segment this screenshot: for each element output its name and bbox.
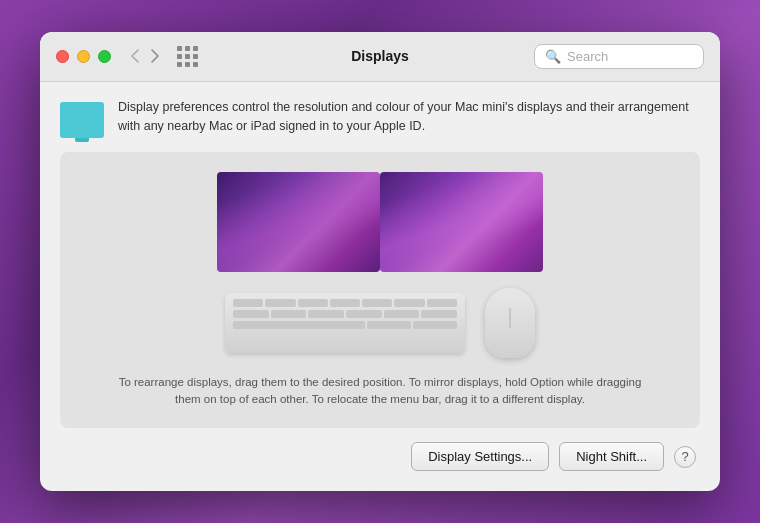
helper-text: To rearrange displays, drag them to the … bbox=[109, 374, 652, 409]
key-space bbox=[233, 321, 365, 329]
window-title: Displays bbox=[351, 48, 409, 64]
grid-dot bbox=[177, 46, 182, 51]
key bbox=[394, 299, 424, 307]
grid-dot bbox=[177, 54, 182, 59]
key bbox=[233, 299, 263, 307]
search-bar: 🔍 bbox=[534, 44, 704, 69]
monitor-left[interactable] bbox=[217, 172, 380, 272]
system-preferences-window: Displays 🔍 Display preferences control t… bbox=[40, 32, 720, 492]
grid-dot bbox=[185, 54, 190, 59]
maximize-button[interactable] bbox=[98, 50, 111, 63]
key bbox=[427, 299, 457, 307]
key-row bbox=[233, 299, 457, 307]
display-icon bbox=[60, 102, 104, 138]
titlebar: Displays 🔍 bbox=[40, 32, 720, 82]
search-icon: 🔍 bbox=[545, 49, 561, 64]
description-text: Display preferences control the resoluti… bbox=[118, 98, 700, 136]
key bbox=[298, 299, 328, 307]
key bbox=[346, 310, 382, 318]
back-button[interactable] bbox=[127, 47, 143, 65]
help-button[interactable]: ? bbox=[674, 446, 696, 468]
key bbox=[421, 310, 457, 318]
mouse-illustration bbox=[485, 288, 535, 358]
search-input[interactable] bbox=[567, 49, 693, 64]
traffic-lights bbox=[56, 50, 111, 63]
close-button[interactable] bbox=[56, 50, 69, 63]
key bbox=[265, 299, 295, 307]
nav-buttons bbox=[127, 47, 163, 65]
key bbox=[330, 299, 360, 307]
display-settings-button[interactable]: Display Settings... bbox=[411, 442, 549, 471]
key bbox=[362, 299, 392, 307]
key bbox=[413, 321, 457, 329]
grid-dot bbox=[185, 46, 190, 51]
keyboard-area bbox=[225, 288, 535, 358]
grid-dot bbox=[193, 54, 198, 59]
night-shift-button[interactable]: Night Shift... bbox=[559, 442, 664, 471]
minimize-button[interactable] bbox=[77, 50, 90, 63]
key bbox=[384, 310, 420, 318]
forward-button[interactable] bbox=[147, 47, 163, 65]
monitor-right[interactable] bbox=[380, 172, 543, 272]
grid-dot bbox=[193, 62, 198, 67]
key-row bbox=[233, 310, 457, 318]
grid-dot bbox=[193, 46, 198, 51]
grid-dot bbox=[185, 62, 190, 67]
grid-dot bbox=[177, 62, 182, 67]
content-area: Display preferences control the resoluti… bbox=[40, 82, 720, 492]
key bbox=[271, 310, 307, 318]
grid-menu-button[interactable] bbox=[175, 44, 200, 69]
button-row: Display Settings... Night Shift... ? bbox=[60, 442, 700, 471]
keyboard-illustration bbox=[225, 293, 465, 353]
description-row: Display preferences control the resoluti… bbox=[60, 98, 700, 138]
key-row bbox=[233, 321, 457, 329]
key bbox=[367, 321, 411, 329]
key bbox=[308, 310, 344, 318]
key bbox=[233, 310, 269, 318]
display-area: To rearrange displays, drag them to the … bbox=[60, 152, 700, 429]
monitors-container bbox=[217, 172, 543, 272]
